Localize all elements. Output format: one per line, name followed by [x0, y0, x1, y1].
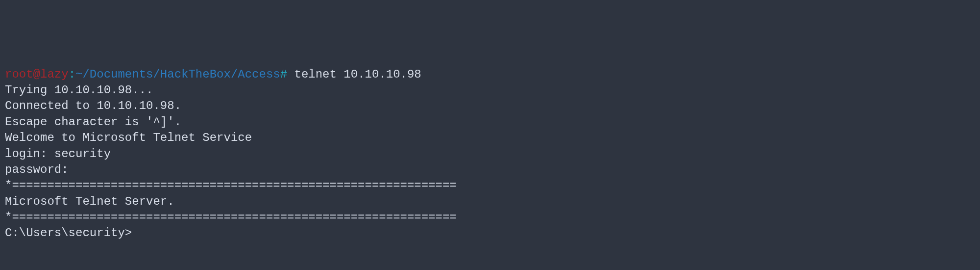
- windows-prompt[interactable]: C:\Users\security>: [5, 225, 975, 241]
- prompt-path: ~/Documents/HackTheBox/Access: [75, 68, 280, 81]
- output-escape: Escape character is '^]'.: [5, 114, 975, 130]
- output-password: password:: [5, 162, 975, 178]
- prompt-hash: #: [280, 68, 287, 81]
- output-connected: Connected to 10.10.10.98.: [5, 98, 975, 114]
- output-trying: Trying 10.10.10.98...: [5, 82, 975, 98]
- output-separator: *=======================================…: [5, 178, 975, 193]
- prompt-host: lazy: [40, 68, 69, 81]
- output-separator: *=======================================…: [5, 210, 975, 225]
- prompt-line: root@lazy:~/Documents/HackTheBox/Access#…: [5, 67, 975, 82]
- output-login: login: security: [5, 146, 975, 162]
- prompt-colon: :: [69, 68, 75, 81]
- prompt-at: @: [33, 68, 40, 81]
- prompt-user: root: [5, 68, 33, 81]
- command-text: telnet 10.10.10.98: [287, 68, 421, 81]
- output-server: Microsoft Telnet Server.: [5, 194, 975, 210]
- output-welcome: Welcome to Microsoft Telnet Service: [5, 130, 975, 146]
- terminal[interactable]: root@lazy:~/Documents/HackTheBox/Access#…: [5, 67, 975, 242]
